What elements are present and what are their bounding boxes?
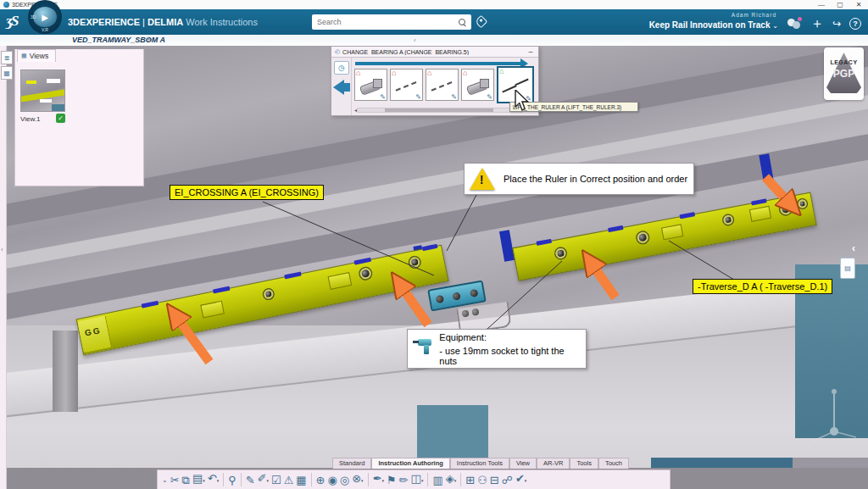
- bolt: [723, 214, 734, 225]
- storyboard-icon[interactable]: ▥: [432, 471, 442, 489]
- share-instruction-icon[interactable]: ▦: [296, 471, 306, 489]
- bolt: [779, 203, 792, 215]
- ribbon-tab-instruction-tools[interactable]: Instruction Tools: [450, 458, 509, 469]
- view-check-badge: ✓: [56, 114, 65, 123]
- home-icon: ⌂: [356, 69, 360, 77]
- capture-add-icon[interactable]: ⊕: [316, 471, 326, 489]
- panel-tool-button[interactable]: ◷: [334, 61, 349, 75]
- tab-ved-tramway-sbom[interactable]: VED_TRAMWAY_SBOM A: [72, 36, 165, 44]
- share-icon[interactable]: ↪: [832, 18, 841, 30]
- right-expand-chevron-icon[interactable]: ‹: [852, 242, 855, 254]
- step-thumbnail-3[interactable]: ⌂ ✎: [426, 69, 459, 101]
- step-thumbnail-2[interactable]: ⌂ ✎: [390, 69, 423, 101]
- process-panel-minimize[interactable]: –: [526, 47, 535, 56]
- collab-space-selector[interactable]: Keep Rail Innovation on Track ⌄: [649, 20, 778, 30]
- step-thumbnail-4[interactable]: ⌂ ✎: [461, 69, 494, 101]
- find-instruction-icon[interactable]: ✐▾: [258, 470, 269, 489]
- toolbar-overflow-icon[interactable]: ⌄: [162, 471, 168, 489]
- ribbon-tab-instruction-authoring[interactable]: Instruction Authoring: [371, 458, 449, 469]
- clamp-block: [328, 272, 353, 290]
- warning-note[interactable]: Place the Ruler in Correct position and …: [464, 163, 694, 195]
- blue-tick: [213, 286, 231, 294]
- blue-tick: [422, 244, 438, 251]
- collapsed-panel-button[interactable]: ▤: [840, 258, 855, 279]
- ribbon-tab-standard[interactable]: Standard: [332, 458, 371, 469]
- search-input[interactable]: [312, 17, 459, 27]
- gallery-icon[interactable]: ⊞: [465, 471, 475, 489]
- process-panel-body: ◷ ⌂ ✎ ⌂ ✎ ⌂: [331, 58, 538, 115]
- back-arrow-button[interactable]: [333, 80, 344, 95]
- tab-views[interactable]: ▦ Views: [17, 49, 56, 62]
- alert-instruction-icon[interactable]: ⚠: [284, 471, 294, 489]
- bolt: [263, 289, 274, 300]
- copy-icon[interactable]: ⧉: [182, 471, 190, 489]
- equipment-note[interactable]: Equipment: - use 19mm socket to tight th…: [407, 329, 587, 369]
- capture-delete-icon[interactable]: ⊗▾: [352, 470, 363, 489]
- drill-icon: [413, 336, 434, 358]
- compass-menu[interactable]: ▶ 3D V,R: [28, 0, 62, 34]
- capture-update-icon[interactable]: ◎: [340, 471, 349, 489]
- maximize-button[interactable]: ▢: [831, 0, 849, 9]
- network-icon[interactable]: ☍: [502, 471, 513, 489]
- svg-text:z: z: [832, 379, 835, 386]
- annotation-icon[interactable]: ✒▾: [373, 470, 384, 489]
- close-button[interactable]: ✕: [849, 0, 868, 9]
- cut-icon[interactable]: ✂: [170, 471, 180, 489]
- capture-icon[interactable]: ◉: [328, 471, 337, 489]
- blue-tick: [751, 198, 767, 205]
- viewbox-icon[interactable]: ◫▾: [411, 470, 424, 489]
- sidebar-catalog-button[interactable]: ▦: [1, 66, 13, 80]
- new-tab-button[interactable]: +: [147, 36, 151, 44]
- pencil-icon: ✎: [415, 93, 421, 101]
- clamp-block: [661, 224, 683, 240]
- validate-instruction-icon[interactable]: ☑: [271, 471, 281, 489]
- validate-icon[interactable]: ✔▾: [515, 470, 526, 489]
- edit-instruction-icon[interactable]: ✎: [246, 471, 255, 489]
- chevron-down-icon: ⌄: [772, 22, 778, 30]
- minimize-button[interactable]: —: [812, 0, 831, 9]
- blue-tick: [284, 271, 302, 279]
- undo-icon[interactable]: ↶▾: [208, 470, 219, 489]
- view-thumbnail[interactable]: [20, 69, 65, 112]
- ribbon-tab-tools[interactable]: Tools: [570, 458, 598, 469]
- label-ei-crossing[interactable]: EI_CROSSING A (EI_CROSSING): [170, 185, 324, 200]
- help-button[interactable]: ?: [849, 18, 861, 30]
- tabstrip-collapse-icon[interactable]: ‹: [414, 36, 416, 44]
- tag-icon[interactable]: [475, 15, 488, 29]
- flag-icon[interactable]: ⚑: [387, 471, 397, 489]
- app-brand: 3DEXPERIENCE | DELMIA Work Instructions: [68, 17, 258, 27]
- process-panel[interactable]: ◴ CHANGE_BEARING A (CHANGE_BEARING.5) – …: [331, 46, 539, 116]
- home-icon: ⌂: [499, 67, 504, 75]
- bolt: [637, 231, 649, 244]
- robot-icon[interactable]: ⚇: [477, 471, 487, 489]
- step-scrollbar[interactable]: [357, 108, 523, 113]
- left-panel-strip[interactable]: [0, 46, 7, 489]
- left-expand-chevron-icon[interactable]: ‹: [1, 246, 3, 253]
- zoom-icon[interactable]: ⚲: [228, 471, 236, 489]
- sidebar-views-button[interactable]: ≣: [1, 51, 13, 64]
- connector-icon[interactable]: ⊟: [490, 471, 499, 489]
- add-content-button[interactable]: ＋: [810, 15, 824, 33]
- marker-icon[interactable]: ✏: [399, 471, 409, 489]
- paste-icon[interactable]: ▤▾: [192, 470, 205, 489]
- bolt: [409, 256, 420, 268]
- ribbon-tab-row: Standard Instruction Authoring Instructi…: [332, 458, 629, 469]
- search-icon[interactable]: [459, 19, 466, 26]
- label-traverse-d[interactable]: -Traverse_D A ( -Traverse_D.1): [693, 279, 832, 294]
- robot-axis-indicator: z: [804, 376, 863, 444]
- progress-arrow: [355, 62, 521, 65]
- pencil-icon: ✎: [451, 93, 457, 101]
- ribbon-tab-ar-vr[interactable]: AR-VR: [537, 458, 570, 469]
- step-thumbnail-1[interactable]: ⌂ ✎: [354, 69, 387, 101]
- blue-tick: [353, 258, 371, 265]
- support-post: [53, 331, 78, 412]
- ribbon-tab-view[interactable]: View: [509, 458, 537, 469]
- stamp-icon[interactable]: ◈▾: [446, 470, 457, 489]
- search-box[interactable]: [312, 14, 471, 30]
- user-avatar-icon[interactable]: [787, 17, 802, 31]
- process-panel-titlebar[interactable]: ◴ CHANGE_BEARING A (CHANGE_BEARING.5) –: [331, 47, 538, 58]
- home-icon: ⌂: [392, 69, 396, 77]
- ribbon-tab-touch[interactable]: Touch: [598, 458, 629, 469]
- blue-tick: [536, 239, 552, 246]
- 3d-viewport[interactable]: GG: [0, 46, 868, 489]
